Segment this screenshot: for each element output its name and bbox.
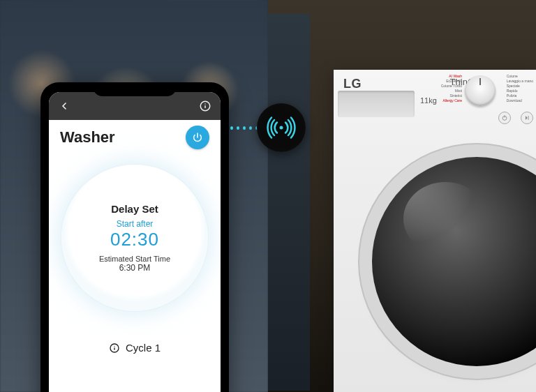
brand-logo: LG — [343, 77, 362, 91]
delay-heading: Delay Set — [111, 203, 158, 215]
info-header-button[interactable] — [197, 98, 214, 114]
machine-buttons — [498, 112, 533, 124]
power-button[interactable] — [186, 126, 209, 149]
program-list-left: AI Wash Eco 40-60 Cotone Turbo Misti Sin… — [441, 74, 462, 103]
program-item: Rapido — [507, 89, 533, 93]
program-item: AI Wash — [441, 74, 462, 79]
back-button[interactable] — [56, 98, 73, 114]
machine-door[interactable] — [372, 157, 536, 366]
wireless-signal-icon — [257, 103, 306, 152]
program-dial[interactable] — [465, 75, 496, 106]
program-item: Speciale — [507, 84, 533, 89]
cycle-row[interactable]: Cycle 1 — [49, 342, 221, 354]
estimated-start-time: 6:30 PM — [119, 263, 151, 273]
machine-power-button[interactable] — [498, 112, 511, 124]
program-item: Lavaggio a mano — [507, 79, 533, 84]
svg-point-10 — [114, 345, 114, 346]
program-item: Eco 40-60 — [441, 79, 462, 84]
chevron-left-icon — [59, 100, 70, 112]
start-after-label: Start after — [117, 219, 154, 229]
app-screen: Washer Delay Set Start after 02:30 Estim… — [49, 92, 221, 392]
app-top-bar — [49, 92, 221, 120]
program-list-right: Cotone Lavaggio a mano Speciale Rapido P… — [507, 74, 533, 103]
cycle-label: Cycle 1 — [126, 342, 161, 354]
program-item: Cotone Turbo — [441, 84, 462, 89]
program-item: Download — [507, 98, 533, 103]
machine-control-panel: LG ThinQ AI Wash Eco 40-60 Cotone Turbo … — [334, 70, 536, 153]
svg-marker-2 — [526, 116, 528, 120]
smartphone: Washer Delay Set Start after 02:30 Estim… — [40, 82, 229, 392]
connection-dots — [230, 126, 258, 130]
svg-point-4 — [280, 126, 283, 130]
program-item: Pulizia — [507, 93, 533, 98]
svg-rect-3 — [528, 116, 529, 120]
estimated-start-label: Estimated Start Time — [99, 255, 170, 263]
delay-set-card[interactable]: Delay Set Start after 02:30 Estimated St… — [61, 165, 208, 311]
phone-notch — [93, 82, 177, 96]
program-item: Cotone — [507, 74, 533, 79]
scene: LG ThinQ AI Wash Eco 40-60 Cotone Turbo … — [0, 0, 536, 392]
title-row: Washer — [49, 120, 221, 152]
washing-machine: LG ThinQ AI Wash Eco 40-60 Cotone Turbo … — [334, 70, 536, 392]
capacity-label: 11kg — [420, 96, 437, 105]
program-item: Misti — [441, 89, 462, 93]
start-after-value: 02:30 — [110, 229, 159, 250]
info-icon — [199, 100, 211, 112]
room-window — [268, 14, 310, 391]
machine-start-pause-button[interactable] — [521, 112, 533, 124]
page-title: Washer — [60, 128, 115, 146]
info-icon — [109, 342, 120, 354]
signal-icon — [264, 110, 299, 145]
program-item: Sintetici — [441, 93, 462, 98]
program-item: Allergy Care — [441, 98, 462, 103]
power-icon — [192, 132, 203, 143]
svg-point-7 — [204, 103, 206, 105]
detergent-tray[interactable] — [338, 91, 415, 117]
